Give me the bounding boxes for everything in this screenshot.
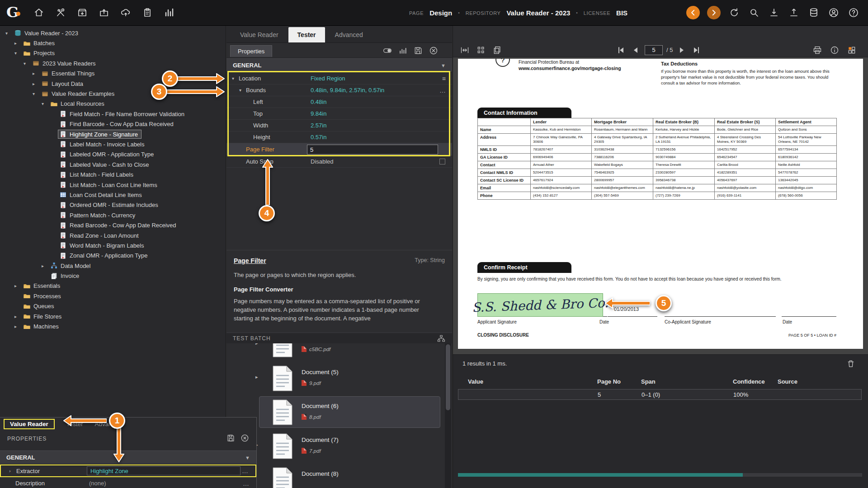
database-icon[interactable]: [807, 6, 820, 19]
document-item[interactable]: ▸c5BC.pdf: [226, 343, 444, 362]
tree-node[interactable]: Essential Things: [40, 69, 98, 78]
tree-node[interactable]: Highlight Zone - Signature: [58, 130, 142, 139]
tree-node[interactable]: Processes: [22, 291, 65, 300]
ellipsis-button[interactable]: …: [243, 480, 249, 487]
property-row-height[interactable]: Height0.57in: [226, 131, 452, 143]
collapse-icon[interactable]: ▾: [42, 101, 49, 106]
clipboard-icon[interactable]: [141, 6, 154, 19]
collapse-icon[interactable]: ▾: [232, 76, 239, 81]
download-icon[interactable]: [768, 6, 780, 19]
page-value[interactable]: Design: [429, 9, 452, 17]
collapse-icon[interactable]: ▾: [24, 61, 31, 66]
expand-icon[interactable]: ▸: [42, 263, 49, 268]
extractor-value-field[interactable]: Highlight Zone: [87, 466, 241, 475]
upload-icon[interactable]: [788, 6, 800, 19]
tree-node[interactable]: Labeled OMR - Application Type: [58, 150, 157, 159]
first-page-icon[interactable]: [616, 45, 627, 56]
properties-tab[interactable]: Properties: [230, 45, 272, 57]
tree-node[interactable]: Read Barcode - Cow App Date Received: [58, 221, 180, 230]
tree-node[interactable]: Read Zone - Loan Amount: [58, 231, 142, 240]
tree-node[interactable]: Machines: [22, 322, 62, 331]
document-item[interactable]: ▸Document (5)9.pdf: [226, 362, 444, 396]
property-row-location[interactable]: ▾LocationFixed Region≡: [226, 73, 452, 84]
tree-node[interactable]: Invoice: [49, 272, 83, 281]
print-icon[interactable]: [812, 45, 823, 56]
tree-item[interactable]: Zonal OMR - Application Type: [0, 251, 226, 261]
tree-node[interactable]: Queues: [22, 302, 58, 311]
property-row-page-filter[interactable]: Page Filter: [226, 143, 452, 156]
tab-value-reader[interactable]: Value Reader: [231, 27, 288, 42]
tree-node[interactable]: File Stores: [22, 312, 65, 321]
tree-item[interactable]: Highlight Zone - Signature: [0, 129, 226, 139]
tree-item[interactable]: Field Match - File Name Borrower Validat…: [0, 109, 226, 119]
chevron-down-icon[interactable]: ▼: [245, 455, 250, 460]
cloud-upload-icon[interactable]: [119, 6, 132, 19]
tree-node[interactable]: Find Barcode - Cow App Data Received: [58, 120, 177, 129]
tree-item[interactable]: ▸Essentials: [0, 281, 226, 291]
thumbnails-icon[interactable]: [476, 45, 486, 56]
tree-item[interactable]: ▾Value Reader - 2023: [0, 28, 226, 38]
expand-icon[interactable]: ▸: [14, 314, 22, 319]
expand-icon[interactable]: ▸: [14, 41, 22, 46]
tree-item[interactable]: Read Barcode - Cow App Date Received: [0, 220, 226, 230]
next-page-icon[interactable]: [676, 45, 687, 56]
tree-node[interactable]: 2023 Value Readers: [31, 59, 99, 68]
expand-icon[interactable]: ▸: [33, 81, 40, 86]
results-col-value[interactable]: Value: [468, 378, 483, 385]
property-row-bounds[interactable]: ▾Bounds0.48in, 9.84in, 2.57in, 0.57in…: [226, 84, 452, 96]
horizontal-scrollbar[interactable]: [458, 473, 862, 477]
tree-item[interactable]: ▾2023 Value Readers: [0, 58, 226, 68]
tree-item[interactable]: Labeled Value - Cash to Close: [0, 160, 226, 169]
collapse-icon[interactable]: ▾: [14, 51, 22, 56]
tools-icon[interactable]: [54, 6, 67, 19]
expand-icon[interactable]: ▸: [14, 283, 22, 288]
expand-icon[interactable]: ▸: [33, 71, 40, 76]
test-batch-scrollbar[interactable]: [445, 343, 451, 488]
diagnostics-icon[interactable]: [398, 46, 408, 56]
tree-node[interactable]: Value Reader - 2023: [13, 28, 82, 38]
collapse-icon[interactable]: ▾: [5, 31, 13, 36]
collapse-icon[interactable]: ▾: [33, 91, 40, 96]
tree-node[interactable]: Pattern Match - Currency: [58, 211, 139, 220]
expand-icon[interactable]: ▸: [255, 343, 258, 346]
save-icon[interactable]: [413, 46, 423, 56]
tab-tester[interactable]: Tester: [288, 27, 325, 42]
checkbox-icon[interactable]: [439, 159, 445, 164]
back-button[interactable]: [686, 6, 700, 19]
tree-item[interactable]: Pattern Match - Currency: [0, 210, 226, 220]
tree-node[interactable]: Value Reader Examples: [40, 89, 118, 99]
expand-icon[interactable]: ›: [9, 468, 16, 474]
tree-node[interactable]: Labeled Value - Cash to Close: [58, 160, 152, 169]
document-item[interactable]: Document (6)8.pdf: [226, 396, 444, 430]
results-col-page-no[interactable]: Page No: [597, 378, 621, 385]
tree-node[interactable]: Projects: [22, 49, 58, 58]
general-section-header[interactable]: GENERAL ▼: [0, 450, 256, 465]
tree-node[interactable]: Essentials: [22, 282, 64, 291]
tab-advanced[interactable]: Advanced: [326, 27, 372, 42]
property-row-left[interactable]: Left0.48in: [226, 96, 452, 108]
tree-item[interactable]: ▾Projects: [0, 48, 226, 58]
results-col-span[interactable]: Span: [641, 378, 656, 385]
signature-highlight-zone[interactable]: S.S. Shedd & Bro Co.: [477, 293, 603, 317]
tree-node[interactable]: Data Model: [49, 261, 94, 270]
ellipsis-button[interactable]: …: [242, 467, 248, 474]
layout-icon[interactable]: [846, 45, 857, 56]
grooper-logo[interactable]: G: [6, 4, 24, 22]
save-icon[interactable]: [226, 434, 235, 444]
tree-item[interactable]: Invoice: [0, 271, 226, 281]
tree-node[interactable]: Field Match - File Name Borrower Validat…: [58, 109, 188, 118]
property-row-description[interactable]: Description (none) …: [0, 478, 256, 488]
tree-item[interactable]: Loan Cost Detail Line Items: [0, 190, 226, 200]
forward-button[interactable]: [707, 6, 721, 19]
search-icon[interactable]: [748, 6, 760, 19]
tree-item[interactable]: Processes: [0, 291, 226, 301]
tab-value-reader[interactable]: Value Reader: [4, 419, 55, 429]
toggle-icon[interactable]: [382, 46, 392, 56]
ellipsis-button[interactable]: …: [439, 87, 446, 94]
tree-node[interactable]: Layout Data: [40, 79, 87, 88]
repository-value[interactable]: Value Reader - 2023: [506, 9, 570, 17]
previous-page-icon[interactable]: [630, 45, 641, 56]
tree-node[interactable]: Loan Cost Detail Line Items: [58, 190, 146, 199]
copy-pages-icon[interactable]: [492, 45, 503, 56]
tree-node[interactable]: Local Resources: [49, 99, 108, 108]
